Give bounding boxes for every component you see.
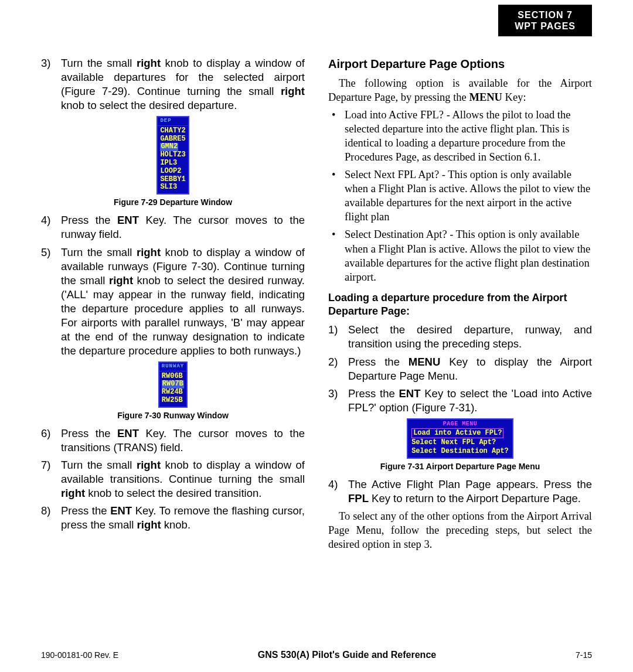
step-number: 5): [41, 245, 61, 358]
bullet-load-into-active: Load into Active FPL? - Allows the pilot…: [328, 108, 592, 164]
section-line2: WPT PAGES: [515, 21, 576, 32]
step-body: Press the ENT Key. To remove the flashin…: [61, 504, 305, 532]
departure-window: DEPCHATY2GABRE5GMN2HOLTZ3IPL3LOOP2SEBBY1…: [156, 116, 189, 195]
bullet-select-next-fpl: Select Next FPL Apt? - This option is on…: [328, 168, 592, 224]
step-number: 8): [41, 504, 61, 532]
step-number: 4): [328, 477, 348, 506]
procedure-list-right: 1) Select the desired departure, runway,…: [328, 323, 592, 414]
rstep-2: 2) Press the MENU Key to display the Air…: [328, 355, 592, 383]
step-number: 6): [41, 427, 61, 455]
page-columns: 3) Turn the small right knob to display …: [41, 0, 592, 555]
procedure-list-left-cont: 4) Press the ENT Key. The cursor moves t…: [41, 213, 305, 357]
step-6: 6) Press the ENT Key. The cursor moves t…: [41, 427, 305, 455]
figure-7-29: DEPCHATY2GABRE5GMN2HOLTZ3IPL3LOOP2SEBBY1…: [41, 116, 305, 207]
step-number: 3): [41, 56, 61, 112]
right-column: Airport Departure Page Options The follo…: [328, 56, 592, 555]
options-bullet-list: Load into Active FPL? - Allows the pilot…: [328, 108, 592, 284]
figure-7-30: RUNWAYRW06BRW07BRW24BRW25B Figure 7-30 R…: [41, 361, 305, 421]
rstep-3: 3) Press the ENT Key to select the 'Load…: [328, 387, 592, 415]
left-column: 3) Turn the small right knob to display …: [41, 56, 305, 555]
rstep-4: 4) The Active Flight Plan Page appears. …: [328, 477, 592, 506]
step-number: 2): [328, 355, 348, 383]
subheading-loading: Loading a departure procedure from the A…: [328, 291, 592, 319]
step-8: 8) Press the ENT Key. To remove the flas…: [41, 504, 305, 532]
figure-7-31: PAGE MENULoad into Active FPL?Select Nex…: [328, 418, 592, 472]
step-number: 4): [41, 213, 61, 241]
figure-caption: Figure 7-30 Runway Window: [41, 410, 305, 421]
heading-options: Airport Departure Page Options: [328, 56, 592, 71]
footer-page: 7-15: [576, 650, 592, 660]
step-body: Press the ENT Key to select the 'Load in…: [348, 387, 592, 415]
step-5: 5) Turn the small right knob to display …: [41, 245, 305, 358]
step-body: Press the MENU Key to display the Airpor…: [348, 355, 592, 383]
step-4: 4) Press the ENT Key. The cursor moves t…: [41, 213, 305, 241]
step-3: 3) Turn the small right knob to display …: [41, 56, 305, 112]
step-7: 7) Turn the small right knob to display …: [41, 458, 305, 500]
closing-paragraph: To select any of the other options from …: [328, 509, 592, 551]
rstep-1: 1) Select the desired departure, runway,…: [328, 323, 592, 351]
footer-rev: 190-00181-00 Rev. E: [41, 650, 118, 660]
bullet-select-destination: Select Destination Apt? - This option is…: [328, 227, 592, 284]
step-body: Turn the small right knob to display a w…: [61, 458, 305, 500]
section-line1: SECTION 7: [515, 9, 576, 21]
intro-paragraph: The following option is available for th…: [328, 76, 592, 104]
procedure-list-left-cont2: 6) Press the ENT Key. The cursor moves t…: [41, 427, 305, 532]
step-body: Press the ENT Key. The cursor moves to t…: [61, 427, 305, 455]
step-body: Press the ENT Key. The cursor moves to t…: [61, 213, 305, 241]
step-number: 3): [328, 387, 348, 415]
step-number: 1): [328, 323, 348, 351]
procedure-list-right-cont: 4) The Active Flight Plan Page appears. …: [328, 477, 592, 506]
page-menu-window: PAGE MENULoad into Active FPL?Select Nex…: [407, 418, 513, 459]
step-body: Turn the small right knob to display a w…: [61, 245, 305, 358]
section-header: SECTION 7 WPT PAGES: [498, 5, 592, 36]
step-number: 7): [41, 458, 61, 500]
step-body: Turn the small right knob to display a w…: [61, 56, 305, 112]
procedure-list-left: 3) Turn the small right knob to display …: [41, 56, 305, 112]
step-body: The Active Flight Plan Page appears. Pre…: [348, 477, 592, 506]
runway-window: RUNWAYRW06BRW07BRW24BRW25B: [158, 361, 188, 408]
page-footer: 190-00181-00 Rev. E GNS 530(A) Pilot's G…: [41, 650, 592, 660]
step-body: Select the desired departure, runway, an…: [348, 323, 592, 351]
figure-caption: Figure 7-31 Airport Departure Page Menu: [328, 461, 592, 472]
footer-title: GNS 530(A) Pilot's Guide and Reference: [258, 650, 436, 660]
figure-caption: Figure 7-29 Departure Window: [41, 197, 305, 207]
